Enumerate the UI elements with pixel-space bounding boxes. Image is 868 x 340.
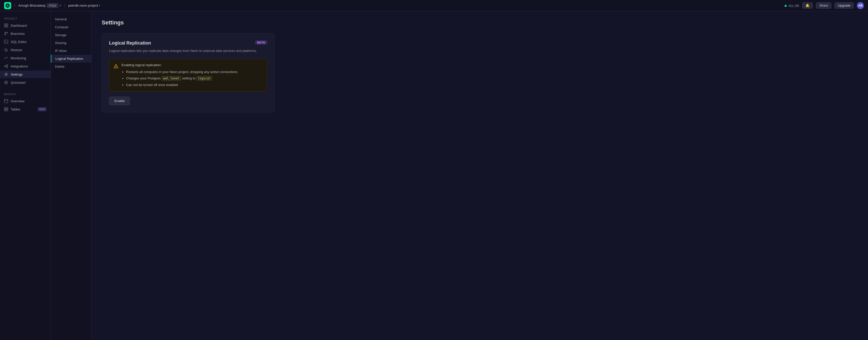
- svg-point-7: [5, 34, 6, 35]
- sidebar-item-quickstart[interactable]: Quickstart: [0, 79, 51, 86]
- sql-editor-label: SQL Editor: [11, 40, 27, 44]
- share-button[interactable]: Share: [816, 2, 831, 9]
- project-nav[interactable]: peerdb-neon-project ▾: [68, 4, 100, 7]
- notifications-button[interactable]: 🔔: [802, 2, 813, 9]
- warning-box: Enabling logical replication: Restarts a…: [109, 59, 267, 92]
- beta-badge: BETA: [255, 40, 267, 45]
- sidebar: PROJECT Dashboard: [0, 11, 51, 340]
- dashboard-icon: [4, 23, 8, 27]
- sidebar-item-settings[interactable]: Settings: [0, 70, 51, 78]
- restore-icon: [4, 48, 8, 52]
- integrations-icon: [4, 64, 8, 68]
- settings-icon: [4, 72, 8, 76]
- submenu-delete[interactable]: Delete: [51, 63, 91, 70]
- user-chevron-icon: ▾: [60, 4, 61, 7]
- warning-item-1: Restarts all computes in your Neon proje…: [126, 69, 262, 75]
- nav-separator-2: /: [64, 4, 65, 8]
- svg-point-17: [116, 67, 116, 67]
- warning-heading: Enabling logical replication:: [122, 63, 262, 67]
- sidebar-item-restore[interactable]: Restore: [0, 46, 51, 54]
- bell-icon: 🔔: [805, 4, 809, 7]
- main-content: Settings Logical Replication BETA Logica…: [92, 11, 868, 340]
- tables-label: Tables: [11, 107, 20, 111]
- status-label: ALL OK: [789, 4, 799, 8]
- submenu-general[interactable]: General: [51, 15, 91, 23]
- sidebar-item-branches[interactable]: Branches: [0, 30, 51, 37]
- svg-rect-2: [6, 24, 8, 25]
- submenu-ip-allow[interactable]: IP Allow: [51, 47, 91, 55]
- logical-code: logical: [196, 76, 212, 81]
- monitoring-label: Monitoring: [11, 56, 26, 60]
- warning-item-3-text: Can not be turned off once enabled: [126, 83, 178, 87]
- svg-rect-1: [4, 24, 6, 25]
- quickstart-label: Quickstart: [11, 81, 26, 84]
- submenu-logical-replication-label: Logical Replication: [55, 57, 83, 61]
- submenu-ip-allow-label: IP Allow: [55, 49, 67, 53]
- status-indicator: ALL OK: [785, 4, 799, 8]
- submenu-delete-label: Delete: [55, 65, 65, 68]
- sidebar-item-overview[interactable]: Overview: [0, 97, 51, 105]
- dashboard-label: Dashboard: [11, 24, 27, 27]
- page-title: Settings: [102, 19, 858, 26]
- card-title: Logical Replication: [109, 40, 151, 46]
- overview-icon: [4, 99, 8, 103]
- svg-point-13: [6, 74, 7, 75]
- warning-icon: [114, 64, 119, 69]
- user-nav[interactable]: Amogh Bharadwaj FREE ▾: [18, 3, 61, 8]
- topnav: / Amogh Bharadwaj FREE ▾ / peerdb-neon-p…: [0, 0, 868, 11]
- warning-item-2: Changes your Postgres wal_level setting …: [126, 76, 262, 81]
- submenu-storage-label: Storage: [55, 33, 67, 37]
- branch-section-label: BRANCH: [0, 91, 51, 97]
- sidebar-item-monitoring[interactable]: Monitoring: [0, 54, 51, 62]
- svg-rect-15: [4, 99, 8, 103]
- neon-logo[interactable]: [4, 2, 11, 9]
- restore-label: Restore: [11, 48, 22, 52]
- sql-editor-icon: [4, 40, 8, 44]
- svg-rect-16: [4, 107, 8, 111]
- avatar[interactable]: AB: [857, 2, 864, 9]
- sidebar-item-dashboard[interactable]: Dashboard: [0, 22, 51, 29]
- submenu-storage[interactable]: Storage: [51, 31, 91, 39]
- project-name: peerdb-neon-project: [68, 4, 98, 7]
- monitoring-icon: [4, 56, 8, 60]
- project-section-label: PROJECT: [0, 15, 51, 21]
- submenu-compute-label: Compute: [55, 25, 68, 29]
- integrations-label: Integrations: [11, 64, 28, 68]
- topnav-right: ALL OK 🔔 Share Upgrade AB: [785, 2, 864, 9]
- submenu-sharing[interactable]: Sharing: [51, 39, 91, 47]
- overview-label: Overview: [11, 99, 24, 103]
- project-chevron-icon: ▾: [99, 4, 100, 7]
- card-header: Logical Replication BETA: [109, 40, 267, 46]
- status-dot: [785, 5, 787, 7]
- wal-level-code: wal_level: [161, 76, 181, 81]
- warning-content: Enabling logical replication: Restarts a…: [122, 63, 262, 88]
- free-badge: FREE: [47, 3, 58, 8]
- main-layout: PROJECT Dashboard: [0, 11, 868, 340]
- enable-button[interactable]: Enable: [109, 97, 130, 105]
- settings-submenu: General Compute Storage Sharing IP Allow…: [51, 11, 92, 340]
- sidebar-item-integrations[interactable]: Integrations: [0, 62, 51, 70]
- upgrade-button[interactable]: Upgrade: [834, 2, 854, 9]
- warning-item-2-text: Changes your Postgres wal_level setting …: [126, 76, 212, 80]
- warning-item-1-text: Restarts all computes in your Neon proje…: [126, 70, 238, 74]
- svg-point-10: [5, 66, 6, 67]
- tables-icon: [4, 107, 8, 111]
- warning-item-3: Can not be turned off once enabled: [126, 82, 262, 88]
- branches-icon: [4, 32, 8, 36]
- svg-rect-4: [6, 26, 8, 27]
- submenu-sharing-label: Sharing: [55, 41, 66, 45]
- svg-point-12: [7, 67, 8, 68]
- branches-label: Branches: [11, 32, 25, 36]
- sidebar-item-tables[interactable]: Tables NEW: [0, 105, 51, 113]
- quickstart-icon: [4, 80, 8, 84]
- warning-list: Restarts all computes in your Neon proje…: [122, 69, 262, 88]
- sidebar-item-sql-editor[interactable]: SQL Editor: [0, 38, 51, 46]
- svg-rect-3: [4, 26, 6, 27]
- tables-new-badge: NEW: [38, 107, 46, 111]
- settings-label: Settings: [11, 73, 23, 76]
- submenu-compute[interactable]: Compute: [51, 23, 91, 31]
- logical-replication-card: Logical Replication BETA Logical replica…: [102, 33, 275, 112]
- submenu-logical-replication[interactable]: Logical Replication: [51, 55, 91, 63]
- svg-point-11: [7, 65, 8, 66]
- submenu-general-label: General: [55, 17, 67, 21]
